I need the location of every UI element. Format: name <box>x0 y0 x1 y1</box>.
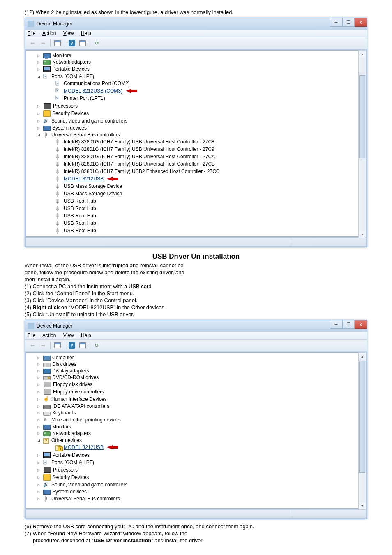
scroll-thumb[interactable] <box>359 75 365 158</box>
tree-item[interactable]: Universal Serial Bus controllers <box>36 495 357 502</box>
tree-item[interactable]: Processors <box>36 103 357 109</box>
tree-item[interactable]: Intel(R) 82801G (ICH7 Family) USB Univer… <box>48 153 357 160</box>
expander-icon[interactable] <box>36 483 41 487</box>
menu-view[interactable]: View <box>63 30 74 36</box>
scan-icon[interactable] <box>78 39 88 48</box>
tree-item[interactable]: Network adapters <box>36 59 357 65</box>
refresh-icon[interactable]: ⟳ <box>92 39 102 48</box>
tree-item[interactable]: Processors <box>36 467 357 473</box>
expander-icon[interactable] <box>36 411 41 415</box>
tree-item[interactable]: Network adapters <box>36 430 357 436</box>
expander-icon[interactable] <box>36 382 41 387</box>
expander-icon[interactable] <box>36 404 41 409</box>
tree-item[interactable]: Mice and other pointing devices <box>36 416 357 423</box>
tree-item[interactable]: Keyboards <box>36 410 357 416</box>
menu-view[interactable]: View <box>63 333 74 338</box>
tree-item[interactable]: Printer Port (LPT1) <box>48 95 357 102</box>
tree-item[interactable]: Sound, video and game controllers <box>36 118 357 124</box>
expander-icon[interactable] <box>36 397 41 402</box>
expander-icon[interactable] <box>36 418 41 422</box>
menu-file[interactable]: FFileile <box>28 30 35 36</box>
menu-action[interactable]: Action <box>42 333 56 338</box>
device-tree[interactable]: MonitorsNetwork adaptersPortable Devices… <box>26 50 366 237</box>
expander-icon[interactable] <box>36 490 41 494</box>
back-button[interactable]: ⬅ <box>28 39 37 48</box>
properties-icon[interactable] <box>53 39 62 48</box>
tree-item[interactable]: USB Root Hub <box>48 220 357 227</box>
forward-button[interactable]: ➡ <box>38 341 48 350</box>
expander-icon[interactable] <box>36 468 41 472</box>
device-tree[interactable]: ComputerDisk drivesDisplay adaptersDVD/C… <box>26 352 366 509</box>
tree-item[interactable]: Universal Serial Bus controllers <box>36 132 357 138</box>
tree-item[interactable]: Floppy disk drives <box>36 381 357 388</box>
expander-icon[interactable] <box>36 460 41 465</box>
tree-item[interactable]: Monitors <box>36 53 357 58</box>
back-button[interactable]: ⬅ <box>28 341 37 350</box>
help-icon[interactable]: ? <box>67 39 77 48</box>
expander-icon[interactable] <box>36 369 41 373</box>
minimize-button[interactable]: – <box>330 320 342 329</box>
tree-item[interactable]: USB Root Hub <box>48 198 357 204</box>
tree-item[interactable]: Communications Port (COM2) <box>48 80 357 87</box>
scroll-down-icon[interactable]: ▾ <box>359 502 366 509</box>
expander-icon[interactable] <box>36 475 41 480</box>
tree-item[interactable]: USB Mass Storage Device <box>48 183 357 190</box>
tree-item[interactable]: IDE ATA/ATAPI controllers <box>36 403 357 409</box>
tree-item[interactable]: Intel(R) 82801G (ICH7 Family) USB Univer… <box>48 139 357 145</box>
expander-icon[interactable] <box>36 104 41 109</box>
menu-file[interactable]: File <box>28 333 35 338</box>
expander-icon[interactable] <box>36 60 41 65</box>
expander-icon[interactable] <box>36 74 41 79</box>
tree-item[interactable]: Intel(R) 82801G (ICH7 Family) USB Univer… <box>48 161 357 167</box>
close-button[interactable]: x <box>355 320 367 329</box>
tree-item[interactable]: USB Root Hub <box>48 205 357 212</box>
menu-action[interactable]: Action <box>42 30 56 36</box>
titlebar[interactable]: Device Manager – ☐ x <box>25 18 367 30</box>
tree-item[interactable]: MODEL 8212USB (COM3) <box>48 88 357 94</box>
tree-item[interactable]: System devices <box>36 125 357 131</box>
tree-item[interactable]: MODEL 8212USB <box>48 444 357 451</box>
tree-item[interactable]: Disk drives <box>36 361 357 367</box>
tree-item[interactable]: Intel(R) 82801G (ICH7 Family) USB Univer… <box>48 146 357 153</box>
tree-item[interactable]: Ports (COM & LPT) <box>36 73 357 80</box>
tree-item[interactable]: Security Devices <box>36 474 357 481</box>
tree-item[interactable]: USB Mass Storage Device <box>48 190 357 197</box>
tree-item[interactable]: Computer <box>36 355 357 361</box>
tree-item[interactable]: Other devices <box>36 437 357 444</box>
expander-icon[interactable] <box>36 133 41 137</box>
scrollbar[interactable]: ▴ ▾ <box>358 50 366 238</box>
expander-icon[interactable] <box>36 356 41 360</box>
expander-icon[interactable] <box>36 126 41 130</box>
scroll-down-icon[interactable]: ▾ <box>359 231 366 238</box>
tree-item[interactable]: Human Interface Devices <box>36 396 357 402</box>
tree-item[interactable]: Floppy drive controllers <box>36 388 357 395</box>
tree-item[interactable]: Monitors <box>36 424 357 430</box>
expander-icon[interactable] <box>36 119 41 123</box>
tree-item[interactable]: Sound, video and game controllers <box>36 481 357 488</box>
maximize-button[interactable]: ☐ <box>342 18 355 27</box>
tree-item[interactable]: Display adapters <box>36 368 357 374</box>
expander-icon[interactable] <box>36 111 41 116</box>
minimize-button[interactable]: – <box>330 18 342 27</box>
expander-icon[interactable] <box>36 375 41 380</box>
close-button[interactable]: x <box>355 18 367 27</box>
expander-icon[interactable] <box>36 497 41 501</box>
scroll-thumb[interactable] <box>359 361 365 473</box>
menu-help[interactable]: Help <box>81 30 91 36</box>
expander-icon[interactable] <box>36 53 41 58</box>
expander-icon[interactable] <box>36 431 41 436</box>
titlebar[interactable]: Device Manager – ☐ x <box>25 320 367 332</box>
scroll-up-icon[interactable]: ▴ <box>359 51 366 58</box>
tree-item[interactable]: USB Root Hub <box>48 213 357 219</box>
expander-icon[interactable] <box>36 438 41 443</box>
expander-icon[interactable] <box>36 425 41 429</box>
tree-item[interactable]: System devices <box>36 489 357 495</box>
expander-icon[interactable] <box>36 362 41 367</box>
tree-item[interactable]: MODEL 8212USB <box>48 176 357 182</box>
menu-help[interactable]: Help <box>81 333 91 338</box>
tree-item[interactable]: DVD/CD-ROM drives <box>36 375 357 380</box>
scroll-up-icon[interactable]: ▴ <box>359 353 366 360</box>
tree-item[interactable]: Portable Devices <box>36 452 357 458</box>
maximize-button[interactable]: ☐ <box>342 320 355 329</box>
expander-icon[interactable] <box>36 67 41 72</box>
